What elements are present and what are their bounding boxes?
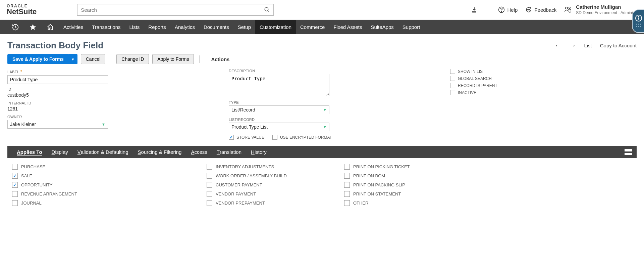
logo[interactable]: ORACLE NetSuite: [7, 4, 37, 15]
owner-select[interactable]: Jake Kleiner ▼: [7, 120, 108, 129]
svg-point-18: [640, 26, 641, 27]
description-textarea[interactable]: [229, 74, 329, 96]
nav-item-suiteapps[interactable]: SuiteApps: [366, 20, 398, 34]
actions-menu[interactable]: Actions: [211, 56, 229, 62]
list-link[interactable]: List: [584, 43, 592, 48]
encrypted-label: USE ENCRYPTED FORMAT: [280, 135, 332, 140]
svg-point-13: [636, 24, 637, 25]
id-field-label: ID: [7, 87, 215, 91]
applies-checkbox-vendor-payment[interactable]: [207, 191, 212, 197]
subtab-bar: Applies ToDisplayValidation & Defaulting…: [7, 146, 637, 158]
nav-item-activities[interactable]: Activities: [59, 20, 88, 34]
tab-display[interactable]: Display: [47, 146, 73, 158]
prev-record-icon[interactable]: ←: [554, 42, 561, 49]
applies-checkbox-other[interactable]: [344, 200, 350, 206]
applies-row: PURCHASE: [12, 162, 200, 171]
nav-item-support[interactable]: Support: [398, 20, 425, 34]
inactive-checkbox[interactable]: [450, 90, 455, 95]
nav-item-lists[interactable]: Lists: [125, 20, 144, 34]
chevron-down-icon: ▼: [102, 122, 105, 126]
tab-applies-to[interactable]: Applies To: [12, 146, 47, 158]
user-role: SD Demo Environment - Administr: [576, 10, 637, 16]
history-icon[interactable]: [7, 20, 24, 34]
home-icon[interactable]: [42, 20, 59, 34]
search-input[interactable]: [81, 7, 264, 13]
type-select[interactable]: List/Record ▼: [229, 105, 329, 114]
view-toggle-icon[interactable]: [625, 149, 632, 155]
svg-line-1: [268, 10, 269, 12]
nav-item-setup[interactable]: Setup: [233, 20, 255, 34]
search-icon[interactable]: [264, 7, 270, 13]
tab-sourcing-filtering[interactable]: Sourcing & Filtering: [133, 146, 186, 158]
applies-row: PRINT ON PICKING TICKET: [344, 162, 637, 171]
save-dropdown-caret-icon[interactable]: ▾: [69, 54, 77, 64]
svg-point-8: [569, 7, 570, 8]
nav-item-reports[interactable]: Reports: [144, 20, 170, 34]
nav-item-documents[interactable]: Documents: [199, 20, 233, 34]
applies-checkbox-inventory-adjustments[interactable]: [207, 164, 212, 170]
apply-to-forms-button[interactable]: Apply to Forms: [152, 54, 194, 64]
applies-row: WORK ORDER / ASSEMBLY BUILD: [207, 171, 337, 180]
applies-checkbox-journal[interactable]: [12, 200, 18, 206]
feedback-label: Feedback: [534, 7, 556, 13]
nav-item-transactions[interactable]: Transactions: [88, 20, 125, 34]
guided-help-widget[interactable]: [632, 9, 644, 33]
applies-label: SALE: [21, 173, 32, 178]
user-menu[interactable]: Catherine Mulligan SD Demo Environment -…: [564, 4, 637, 15]
listrecord-select[interactable]: Product Type List ▼: [229, 123, 329, 131]
applies-label: OPPORTUNITY: [21, 182, 53, 187]
applies-checkbox-print-on-packing-slip[interactable]: [344, 182, 350, 188]
applies-label: WORK ORDER / ASSEMBLY BUILD: [216, 173, 287, 178]
svg-point-15: [640, 24, 641, 25]
applies-checkbox-print-on-bom[interactable]: [344, 173, 350, 179]
tab-translation[interactable]: Translation: [212, 146, 246, 158]
nav-item-customization[interactable]: Customization: [255, 20, 296, 34]
applies-checkbox-print-on-statement[interactable]: [344, 191, 350, 197]
listrecord-label: LIST/RECORD: [229, 118, 437, 122]
applies-label: PURCHASE: [21, 164, 45, 169]
global-search[interactable]: [77, 4, 274, 16]
copy-to-account-link[interactable]: Copy to Account: [600, 43, 637, 48]
applies-checkbox-purchase[interactable]: [12, 164, 18, 170]
nav-item-fixed-assets[interactable]: Fixed Assets: [329, 20, 366, 34]
chevron-down-icon: ▼: [323, 108, 327, 112]
save-apply-button[interactable]: Save & Apply to Forms: [7, 54, 69, 64]
nav-item-analytics[interactable]: Analytics: [170, 20, 199, 34]
label-input[interactable]: [7, 75, 108, 84]
applies-label: REVENUE ARRANGEMENT: [21, 191, 77, 196]
global-search-checkbox[interactable]: [450, 76, 455, 81]
help-link[interactable]: Help: [498, 6, 518, 13]
cancel-button[interactable]: Cancel: [81, 54, 106, 64]
applies-checkbox-opportunity[interactable]: [12, 182, 18, 188]
applies-checkbox-work-order-assembly-build[interactable]: [207, 173, 212, 179]
applies-checkbox-sale[interactable]: [12, 173, 18, 179]
feedback-link[interactable]: Feedback: [525, 6, 556, 13]
show-in-list-label: SHOW IN LIST: [458, 69, 485, 74]
store-value-label: STORE VALUE: [236, 135, 264, 140]
tab-history[interactable]: History: [246, 146, 271, 158]
label-field-label: LABEL *: [7, 69, 215, 74]
show-in-list-checkbox[interactable]: [450, 69, 455, 74]
applies-checkbox-vendor-prepayment[interactable]: [207, 200, 212, 206]
record-is-parent-label: RECORD IS PARENT: [458, 83, 497, 88]
svg-point-5: [528, 9, 529, 10]
applies-checkbox-customer-payment[interactable]: [207, 182, 212, 188]
change-id-button[interactable]: Change ID: [116, 54, 149, 64]
applies-checkbox-print-on-picking-ticket[interactable]: [344, 164, 350, 170]
internal-id-value: 1261: [7, 106, 215, 112]
tab-validation-defaulting[interactable]: Validation & Defaulting: [73, 146, 133, 158]
help-label: Help: [507, 7, 518, 13]
store-value-checkbox[interactable]: [229, 135, 234, 140]
applies-label: INVENTORY ADJUSTMENTS: [216, 164, 274, 169]
next-record-icon[interactable]: →: [569, 42, 576, 49]
tab-access[interactable]: Access: [186, 146, 212, 158]
nav-item-commerce[interactable]: Commerce: [296, 20, 329, 34]
bookmark-icon[interactable]: [471, 6, 478, 13]
help-icon: [498, 6, 505, 13]
record-is-parent-checkbox[interactable]: [450, 83, 455, 88]
applies-row: OPPORTUNITY: [12, 180, 200, 189]
role-switch-icon: [564, 6, 572, 14]
star-icon[interactable]: [24, 20, 42, 34]
applies-checkbox-revenue-arrangement[interactable]: [12, 191, 18, 197]
encrypted-checkbox[interactable]: [272, 135, 277, 140]
